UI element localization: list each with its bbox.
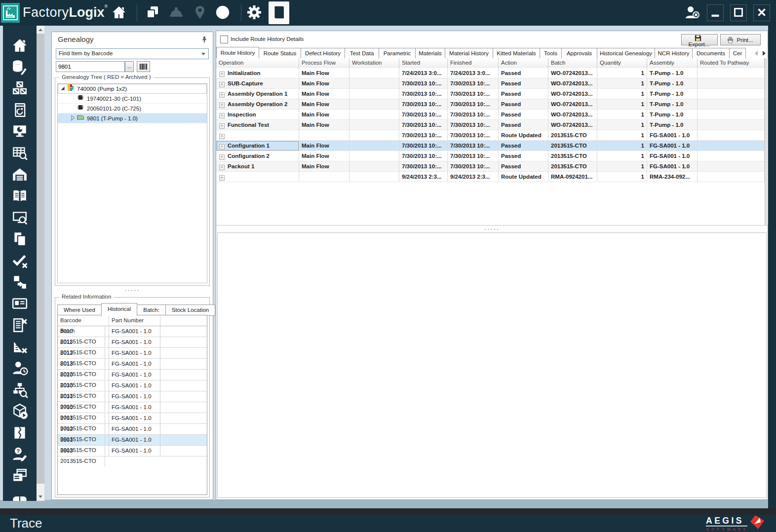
related-row[interactable]: 8013FG-SA001 - 1.02013515-CTO xyxy=(58,359,207,370)
close-button[interactable] xyxy=(753,4,770,21)
tab-scroll-left-icon[interactable] xyxy=(755,51,758,56)
table-search-icon[interactable] xyxy=(11,145,28,161)
tab-parametric[interactable]: Parametric xyxy=(379,48,416,58)
tab-ncr-history[interactable]: NCR History xyxy=(655,48,693,58)
detail-splitter[interactable] xyxy=(216,225,768,233)
related-tab-historical[interactable]: Historical xyxy=(101,303,137,316)
monitor-chart-icon[interactable] xyxy=(11,123,28,140)
tab-route-history[interactable]: Route History xyxy=(216,47,259,58)
row-expand-icon[interactable] xyxy=(219,134,225,139)
route-row[interactable]: 9/24/2013 2:3...9/24/2013 2:3...Route Up… xyxy=(216,172,765,182)
row-expand-icon[interactable] xyxy=(219,82,225,87)
scroll-up-icon[interactable] xyxy=(37,26,44,34)
route-column-header[interactable]: Routed To Pathway xyxy=(698,58,765,68)
hardhat-nav-icon[interactable] xyxy=(167,3,186,22)
route-row[interactable]: Packout 1Main Flow7/30/2013 10:...7/30/2… xyxy=(216,161,765,172)
scroll-down-icon[interactable] xyxy=(37,493,44,501)
box-dispatch-icon[interactable] xyxy=(11,403,28,419)
tab-materials[interactable]: Materials xyxy=(415,48,445,58)
route-column-header[interactable]: Process Flow xyxy=(299,58,349,68)
transfer-boxes-icon[interactable] xyxy=(11,274,28,291)
related-row[interactable]: 9801FG-SA001 - 1.02013515-CTO xyxy=(58,435,207,446)
route-column-header[interactable]: Workstation xyxy=(349,58,399,68)
globe-nav-icon[interactable] xyxy=(213,3,232,22)
list-remove-icon[interactable] xyxy=(11,317,28,334)
home-icon[interactable] xyxy=(11,37,28,54)
tab-route-status[interactable]: Route Status xyxy=(259,48,301,58)
find-item-mode-select[interactable]: Find Item by Barcode xyxy=(56,48,209,59)
related-row[interactable]: 8031FG-SA001 - 1.02013515-CTO xyxy=(58,391,207,402)
route-row[interactable]: Assembly Operation 1Main Flow7/30/2013 1… xyxy=(216,89,765,99)
ruler-remove-icon[interactable] xyxy=(11,338,28,355)
tab-tools[interactable]: Tools xyxy=(540,48,562,58)
related-row[interactable]: 8020FG-SA001 - 1.02013515-CTO xyxy=(58,370,207,380)
related-row[interactable]: 8011FG-SA001 - 1.02013515-CTO xyxy=(58,337,207,348)
tree-item[interactable]: 19740021-30 (C-101) xyxy=(58,94,207,104)
include-route-history-details-checkbox[interactable] xyxy=(220,36,228,43)
row-expand-icon[interactable] xyxy=(219,165,225,170)
trace-module-icon[interactable] xyxy=(269,1,289,24)
related-tab-stock-location[interactable]: Stock Location xyxy=(165,304,215,316)
window-copy-icon[interactable] xyxy=(11,467,28,484)
home-nav-icon[interactable] xyxy=(110,3,128,22)
route-table-scrollbar[interactable] xyxy=(765,58,768,225)
person-time-icon[interactable] xyxy=(11,360,28,377)
related-tab-where-used[interactable]: Where Used xyxy=(57,304,102,316)
route-row[interactable]: SUB-CaptureMain Flow7/30/2013 10:...7/30… xyxy=(216,78,765,89)
route-column-header[interactable]: Action xyxy=(499,58,548,68)
minimize-button[interactable] xyxy=(707,4,724,21)
tab-documents[interactable]: Documents xyxy=(692,48,730,58)
book-open-icon[interactable] xyxy=(11,188,28,204)
row-expand-icon[interactable] xyxy=(219,113,225,118)
row-expand-icon[interactable] xyxy=(219,103,225,108)
browse-button[interactable]: ... xyxy=(125,61,134,72)
monitor-search-icon[interactable] xyxy=(11,209,28,226)
scrollbar-thumb[interactable] xyxy=(37,34,44,484)
route-row[interactable]: Configuration 2Main Flow7/30/2013 10:...… xyxy=(216,151,765,161)
route-row[interactable]: Assembly Operation 2Main Flow7/30/2013 1… xyxy=(216,99,765,110)
person-inquiry-icon[interactable]: ? xyxy=(11,446,28,462)
tab-approvals[interactable]: Approvals xyxy=(561,48,597,58)
tab-test-data[interactable]: Test Data xyxy=(345,48,379,58)
tab-material-history[interactable]: Material History xyxy=(445,48,493,58)
database-edit-icon[interactable] xyxy=(11,59,28,76)
tree-item[interactable]: 740000 (Pump 1x2) xyxy=(58,84,207,94)
row-expand-icon[interactable] xyxy=(219,92,225,98)
row-expand-icon[interactable] xyxy=(219,175,225,181)
route-column-header[interactable]: Started xyxy=(399,58,448,68)
tree-item[interactable]: 9801 (T-Pump - 1.0) xyxy=(58,114,207,123)
tab-defect-history[interactable]: Defect History xyxy=(301,48,345,58)
related-row[interactable]: 8012FG-SA001 - 1.02013515-CTO xyxy=(58,348,207,359)
route-column-header[interactable]: Operation xyxy=(216,58,299,68)
route-column-header[interactable]: Batch xyxy=(548,58,597,68)
warehouse-icon[interactable] xyxy=(11,166,28,183)
user-logout-icon[interactable] xyxy=(682,3,702,22)
barcode-input[interactable] xyxy=(56,61,125,72)
tab-historical-genealogy[interactable]: Historical Genealogy xyxy=(597,48,655,58)
route-column-header[interactable]: Finished xyxy=(448,58,499,68)
genealogy-splitter[interactable] xyxy=(52,288,213,294)
related-row[interactable]: 8030FG-SA001 - 1.02013515-CTO xyxy=(58,380,207,391)
splitter-grip[interactable] xyxy=(216,227,768,232)
related-row[interactable]: 9803FG-SA001 - 1.02013515-CTO xyxy=(58,446,207,456)
id-card-icon[interactable] xyxy=(11,295,28,312)
related-column-header[interactable]: Part Number xyxy=(109,315,160,326)
sidebar-scrollbar[interactable] xyxy=(37,26,44,501)
related-row[interactable]: 9702FG-SA001 - 1.02013515-CTO xyxy=(58,424,207,435)
tree-collapsed-icon[interactable] xyxy=(70,114,76,119)
route-column-header[interactable]: Assembly xyxy=(647,58,698,68)
row-expand-icon[interactable] xyxy=(219,154,225,160)
torn-document-icon[interactable] xyxy=(11,424,28,441)
pin-panel-icon[interactable] xyxy=(201,36,208,43)
scan-barcode-button[interactable] xyxy=(137,61,150,72)
route-row[interactable]: 7/30/2013 10:...7/30/2013 10:...Route Up… xyxy=(216,130,765,141)
tab-scroll-right-icon[interactable] xyxy=(763,51,766,56)
related-column-header[interactable]: Barcode xyxy=(58,315,109,326)
related-tab-batch[interactable]: Batch: xyxy=(137,304,166,316)
route-row[interactable]: InitializationMain Flow7/24/2013 3:0...7… xyxy=(216,68,765,78)
pallet-boxes-icon[interactable] xyxy=(11,80,28,97)
export-button[interactable]: Export... xyxy=(681,34,718,45)
route-row[interactable]: Configuration 1Main Flow7/30/2013 10:...… xyxy=(216,141,765,151)
hierarchy-search-icon[interactable] xyxy=(11,381,28,398)
route-row[interactable]: Functional TestMain Flow7/30/2013 10:...… xyxy=(216,120,765,130)
